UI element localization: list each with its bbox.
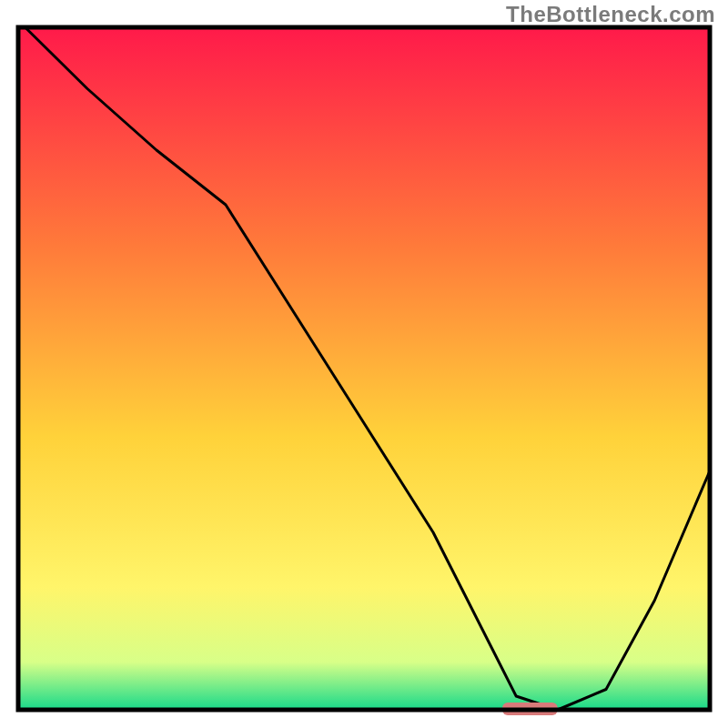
bottleneck-chart: [0, 0, 728, 728]
gradient-background: [18, 27, 710, 710]
chart-container: { "watermark": "TheBottleneck.com", "col…: [0, 0, 728, 728]
